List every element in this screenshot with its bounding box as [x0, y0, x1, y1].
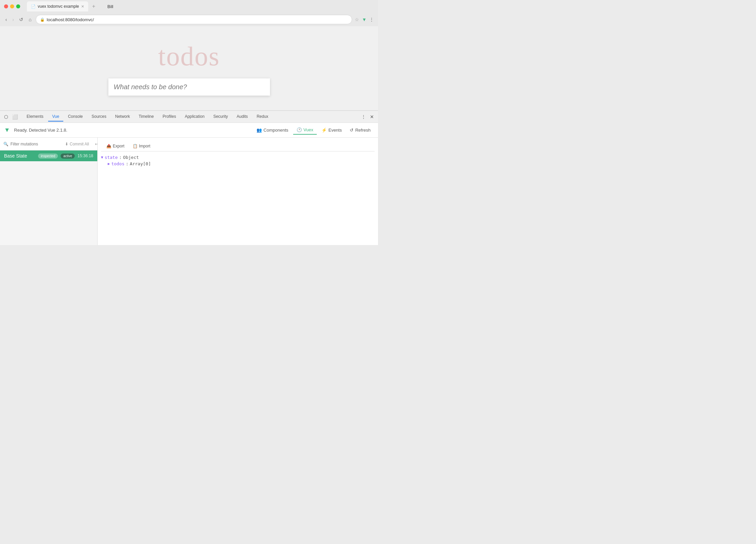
reload-button[interactable]: ↺ [18, 15, 25, 24]
tab-network[interactable]: Network [111, 112, 134, 122]
url-bar[interactable]: 🔒 localhost:8080/todomvc/ [36, 15, 352, 24]
export-icon: 📤 [106, 144, 111, 148]
tab-security[interactable]: Security [209, 112, 232, 122]
mutation-item-base-state[interactable]: Base State inspected active 15:36:18 [0, 150, 97, 161]
url-actions: ☆ ▼ ⋮ [355, 17, 374, 22]
commit-all-label: Commit All [70, 142, 89, 146]
security-icon: 🔒 [40, 18, 45, 22]
tab-vue[interactable]: Vue [48, 112, 63, 122]
vue-status-text: Ready. Detected Vue 2.1.8. [14, 128, 250, 133]
todos-toggle[interactable]: ▶ [108, 162, 110, 166]
commit-all-button[interactable]: ⬇ Commit All [63, 141, 91, 147]
devtools-tabs: ⬡ ⬜ Elements Vue Console Sources Network… [0, 111, 378, 123]
traffic-lights [4, 4, 20, 8]
todos-value: Array[0] [130, 161, 151, 166]
tab-redux[interactable]: Redux [252, 112, 272, 122]
mutation-name: Base State [4, 153, 35, 159]
vuex-button[interactable]: 🕐 Vuex [293, 126, 317, 135]
mutation-time: 15:36:18 [77, 154, 93, 158]
tab-timeline[interactable]: Timeline [135, 112, 158, 122]
tab-console[interactable]: Console [64, 112, 87, 122]
mutations-panel: 🔍 ⬇ Commit All ↩ Revert All Recording [0, 138, 98, 245]
bookmark-icon[interactable]: ☆ [355, 17, 359, 22]
tab-profiles[interactable]: Profiles [159, 112, 180, 122]
export-label: Export [113, 144, 125, 148]
devtools-panel: ⬡ ⬜ Elements Vue Console Sources Network… [0, 110, 378, 245]
state-children: ▶ todos : Array[0] [108, 161, 375, 167]
tab-application[interactable]: Application [181, 112, 209, 122]
address-bar: ‹ › ↺ ⌂ 🔒 localhost:8080/todomvc/ ☆ ▼ ⋮ [0, 13, 378, 26]
tab-icon: 📄 [31, 4, 36, 9]
components-button[interactable]: 👥 Components [253, 126, 292, 134]
tab-sources[interactable]: Sources [88, 112, 110, 122]
state-root-key: state [105, 155, 118, 160]
refresh-label: Refresh [355, 128, 371, 133]
forward-button[interactable]: › [11, 15, 15, 24]
events-button[interactable]: ⚡ Events [318, 126, 345, 134]
tab-title: vuex todomvc example [38, 4, 79, 9]
export-button[interactable]: 📤 Export [104, 142, 127, 150]
vuex-label: Vuex [304, 127, 313, 132]
events-icon: ⚡ [321, 128, 327, 133]
todo-input-wrapper [108, 78, 270, 96]
state-panel: 📤 Export 📋 Import ▼ state : Object [98, 138, 378, 245]
devtools-icons: ⬡ ⬜ [3, 113, 19, 121]
home-button[interactable]: ⌂ [27, 15, 33, 24]
close-button[interactable] [4, 4, 8, 8]
browser-menu-icon[interactable]: ⋮ [369, 17, 374, 22]
vue-panel: ▼ Ready. Detected Vue 2.1.8. 👥 Component… [0, 123, 378, 245]
minimize-button[interactable] [10, 4, 14, 8]
tab-audits[interactable]: Audits [233, 112, 252, 122]
devtools-actions: ⋮ ✕ [360, 113, 375, 121]
components-label: Components [264, 128, 288, 133]
page-title: todos [158, 41, 220, 72]
import-button[interactable]: 📋 Import [130, 142, 153, 150]
events-label: Events [329, 128, 342, 133]
components-icon: 👥 [256, 128, 262, 133]
active-badge: active [61, 154, 75, 159]
vue-toolbar: ▼ Ready. Detected Vue 2.1.8. 👥 Component… [0, 123, 378, 138]
import-label: Import [139, 144, 150, 148]
vue-extension-icon[interactable]: ▼ [362, 17, 367, 22]
vuex-icon: 🕐 [297, 127, 302, 132]
filter-mutations-input[interactable] [10, 142, 61, 146]
refresh-icon: ↺ [350, 128, 353, 133]
tab-bar: 📄 vuex todomvc example ✕ + [23, 1, 102, 11]
mutations-toolbar: 🔍 ⬇ Commit All ↩ Revert All Recording [0, 138, 97, 150]
state-toolbar: 📤 Export 📋 Import [101, 141, 375, 151]
back-button[interactable]: ‹ [4, 15, 8, 24]
tab-elements[interactable]: Elements [23, 112, 47, 122]
state-root-colon: : [119, 155, 122, 160]
search-icon: 🔍 [3, 142, 8, 146]
inspect-element-button[interactable]: ⬡ [3, 113, 9, 121]
refresh-button[interactable]: ↺ Refresh [346, 126, 374, 134]
state-root-toggle[interactable]: ▼ [101, 155, 103, 160]
user-name: Bill [107, 4, 113, 9]
device-toggle-button[interactable]: ⬜ [11, 113, 19, 121]
state-root-line: ▼ state : Object [101, 154, 375, 161]
vue-logo-icon: ▼ [4, 127, 10, 134]
import-icon: 📋 [133, 144, 138, 148]
vue-toolbar-buttons: 👥 Components 🕐 Vuex ⚡ Events ↺ Refresh [253, 126, 374, 135]
browser-tab[interactable]: 📄 vuex todomvc example ✕ [27, 1, 88, 11]
state-root-value: Object [123, 155, 139, 160]
mutations-list: Base State inspected active 15:36:18 [0, 150, 97, 245]
todos-line: ▶ todos : Array[0] [108, 161, 375, 167]
devtools-close-button[interactable]: ✕ [369, 113, 375, 121]
inspected-badge: inspected [38, 154, 58, 159]
todos-key: todos [111, 161, 125, 166]
state-tree: ▼ state : Object ▶ todos : Array[0] [101, 154, 375, 167]
tab-close-button[interactable]: ✕ [81, 4, 84, 9]
devtools-more-button[interactable]: ⋮ [360, 113, 367, 121]
new-tab-button[interactable]: + [90, 2, 98, 11]
webpage-content: todos [0, 26, 378, 110]
commit-icon: ⬇ [65, 142, 68, 146]
url-text: localhost:8080/todomvc/ [47, 17, 348, 22]
maximize-button[interactable] [16, 4, 20, 8]
vuex-content: 🔍 ⬇ Commit All ↩ Revert All Recording [0, 138, 378, 245]
todo-input[interactable] [114, 83, 265, 91]
todos-colon: : [126, 161, 129, 166]
